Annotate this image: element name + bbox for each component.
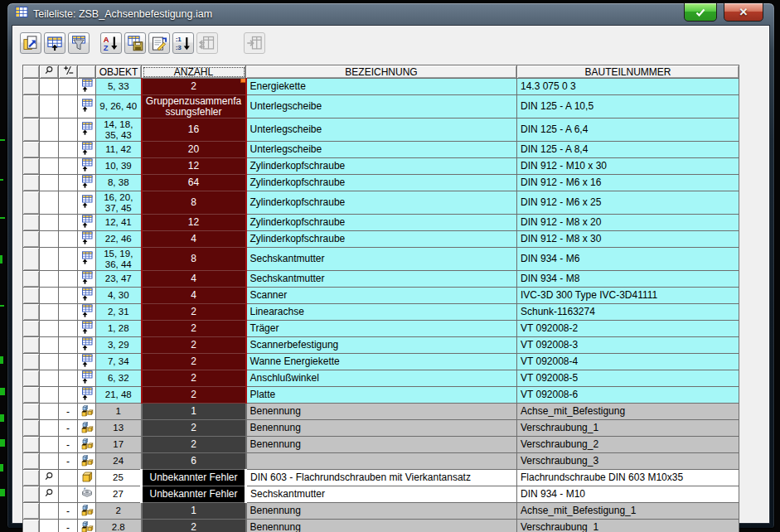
bezeichnung-cell[interactable]: Sechskantmutter — [246, 248, 517, 271]
objekt-cell[interactable]: 2, 31 — [96, 304, 142, 321]
row-selector[interactable] — [23, 248, 40, 271]
objekt-cell[interactable]: 2 — [96, 503, 142, 520]
anzahl-cell[interactable]: 2 — [142, 321, 246, 337]
bezeichnung-cell[interactable]: Zylinderkopfschraube — [246, 175, 517, 191]
anzahl-cell[interactable]: 2 — [142, 79, 246, 95]
anzahl-cell[interactable]: 8 — [142, 191, 246, 215]
close-button[interactable]: ✕ — [724, 2, 763, 22]
objekt-cell[interactable]: 14, 18, 35, 43 — [96, 118, 142, 142]
bezeichnung-cell[interactable]: Anschlußwinkel — [246, 370, 517, 387]
objekt-cell[interactable]: 9, 26, 40 — [96, 95, 142, 118]
objekt-cell[interactable]: 24 — [96, 453, 142, 470]
header-expander[interactable] — [59, 65, 78, 79]
row-selector[interactable] — [23, 387, 40, 404]
row-selector[interactable] — [23, 437, 40, 453]
row-selector[interactable] — [23, 231, 40, 248]
objekt-cell[interactable]: 25 — [96, 470, 142, 486]
export-table-button[interactable] — [124, 32, 146, 54]
apply-button[interactable] — [684, 2, 717, 22]
bezeichnung-cell[interactable]: Scannerbefestigung — [246, 337, 517, 354]
bauteilnummer-cell[interactable]: DIN 125 - A 8,4 — [517, 142, 739, 158]
bauteilnummer-cell[interactable]: VT 092008-3 — [517, 337, 739, 354]
objekt-cell[interactable]: 15, 19, 36, 44 — [96, 248, 142, 271]
bauteilnummer-cell[interactable]: DIN 912 - M8 x 30 — [517, 231, 739, 248]
header-selector[interactable] — [23, 65, 40, 79]
anzahl-cell[interactable]: 64 — [142, 175, 246, 191]
row-selector[interactable] — [23, 337, 40, 354]
anzahl-cell[interactable]: 2 — [142, 420, 246, 437]
bezeichnung-cell[interactable]: Energiekette — [246, 79, 517, 95]
bauteilnummer-cell[interactable]: VT 092008-6 — [517, 387, 739, 404]
bauteilnummer-cell[interactable]: Flachrundschraube DIN 603 M10x35 — [517, 470, 739, 486]
bezeichnung-cell[interactable]: Sechskantmutter — [246, 271, 517, 288]
anzahl-cell[interactable]: 2 — [142, 437, 246, 453]
expander-cell[interactable]: - — [59, 503, 78, 520]
row-selector[interactable] — [23, 95, 40, 118]
properties-button[interactable] — [148, 32, 170, 54]
anzahl-cell[interactable]: 2 — [142, 520, 246, 532]
row-selector[interactable] — [23, 191, 40, 215]
row-selector[interactable] — [23, 271, 40, 288]
bauteilnummer-cell[interactable]: IVC-3D 300 Type IVC-3D41111 — [517, 288, 739, 304]
bezeichnung-cell[interactable]: Benennung — [246, 437, 517, 453]
objekt-cell[interactable]: 5, 33 — [96, 79, 142, 95]
bauteilnummer-cell[interactable]: DIN 912 - M6 x 16 — [517, 175, 739, 191]
anzahl-cell[interactable]: Gruppenzusammenfassungsfehler — [142, 95, 246, 118]
objekt-cell[interactable]: 21, 48 — [96, 387, 142, 404]
row-selector[interactable] — [23, 370, 40, 387]
bauteilnummer-cell[interactable]: Verschraubung_1 — [517, 420, 739, 437]
anzahl-cell[interactable]: 4 — [142, 271, 246, 288]
bezeichnung-cell[interactable]: Wanne Energiekette — [246, 354, 517, 370]
row-selector[interactable] — [23, 158, 40, 175]
anzahl-cell[interactable]: 1 — [142, 503, 246, 520]
bezeichnung-cell[interactable]: Sechskantmutter — [246, 486, 517, 503]
bauteilnummer-cell[interactable]: DIN 934 - M6 — [517, 248, 739, 271]
header-icon-column[interactable] — [78, 65, 96, 79]
expander-cell[interactable]: - — [59, 453, 78, 470]
bauteilnummer-cell[interactable]: Verschraubung_2 — [517, 437, 739, 453]
anzahl-cell[interactable]: 6 — [142, 453, 246, 470]
row-selector[interactable] — [23, 118, 40, 142]
anzahl-cell[interactable]: 4 — [142, 288, 246, 304]
objekt-cell[interactable]: 17 — [96, 437, 142, 453]
row-selector[interactable] — [23, 79, 40, 95]
bezeichnung-cell[interactable]: Träger — [246, 321, 517, 337]
bauteilnummer-cell[interactable]: DIN 912 - M6 x 25 — [517, 191, 739, 215]
objekt-cell[interactable]: 3, 29 — [96, 337, 142, 354]
row-selector[interactable] — [23, 453, 40, 470]
bezeichnung-cell[interactable]: Zylinderkopfschraube — [246, 158, 517, 175]
row-selector[interactable] — [23, 304, 40, 321]
bauteilnummer-cell[interactable]: Achse_mit_Befestigung_1 — [517, 503, 739, 520]
bauteilnummer-cell[interactable]: DIN 125 - A 6,4 — [517, 118, 739, 142]
row-selector[interactable] — [23, 404, 40, 420]
column-selection-handle[interactable] — [240, 79, 246, 84]
bezeichnung-cell[interactable]: Unterlegscheibe — [246, 95, 517, 118]
row-selector[interactable] — [23, 288, 40, 304]
bezeichnung-cell[interactable]: Benennung — [246, 503, 517, 520]
bauteilnummer-cell[interactable]: Achse_mit_Befestigung — [517, 404, 739, 420]
bezeichnung-cell[interactable]: Benennung — [246, 520, 517, 532]
objekt-cell[interactable]: 23, 47 — [96, 271, 142, 288]
header-anzahl[interactable]: ANZAHL — [142, 65, 246, 79]
bauteilnummer-cell[interactable]: DIN 934 - M8 — [517, 271, 739, 288]
bauteilnummer-cell[interactable]: Verschraubung_1 — [517, 520, 739, 532]
objekt-cell[interactable]: 16, 20, 37, 45 — [96, 191, 142, 215]
objekt-cell[interactable]: 12, 41 — [96, 215, 142, 231]
row-selector[interactable] — [23, 520, 40, 532]
row-selector[interactable] — [23, 486, 40, 503]
bauteilnummer-cell[interactable]: Verschraubung_3 — [517, 453, 739, 470]
objekt-cell[interactable]: 1, 28 — [96, 321, 142, 337]
anzahl-cell[interactable]: 12 — [142, 215, 246, 231]
anzahl-cell[interactable]: 2 — [142, 387, 246, 404]
row-selector[interactable] — [23, 503, 40, 520]
bezeichnung-cell[interactable] — [246, 453, 517, 470]
bezeichnung-cell[interactable]: Unterlegscheibe — [246, 118, 517, 142]
row-selector[interactable] — [23, 321, 40, 337]
anzahl-cell[interactable]: 8 — [142, 248, 246, 271]
row-selector[interactable] — [23, 470, 40, 486]
objekt-cell[interactable]: 7, 34 — [96, 354, 142, 370]
bauteilnummer-cell[interactable]: DIN 912 - M8 x 20 — [517, 215, 739, 231]
row-selector[interactable] — [23, 175, 40, 191]
anzahl-cell[interactable]: Unbekannter Fehler — [142, 486, 246, 503]
objekt-cell[interactable]: 8, 38 — [96, 175, 142, 191]
